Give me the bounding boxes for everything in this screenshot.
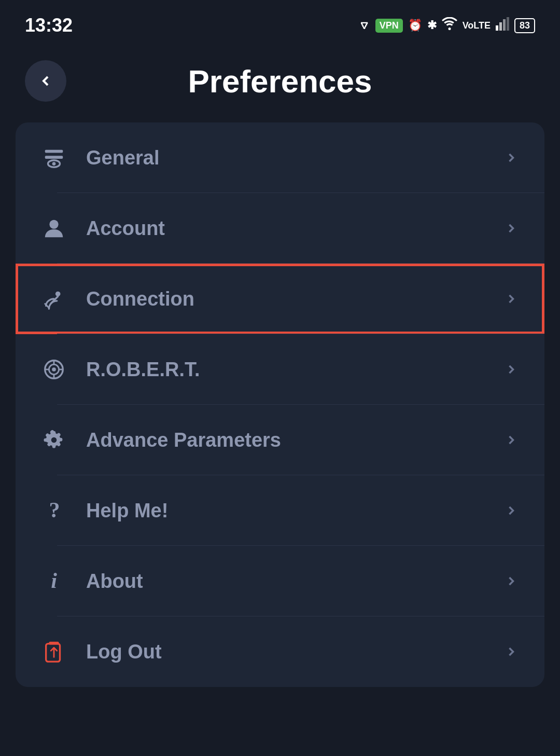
signal-icon (496, 17, 509, 34)
connection-icon (40, 285, 67, 312)
svg-text:?: ? (49, 499, 60, 522)
svg-rect-22 (46, 644, 60, 662)
status-bar: 13:32 🜄 VPN ⏰ ✱ VoLTE 83 (0, 0, 560, 45)
svg-point-19 (51, 437, 57, 443)
help-chevron (503, 502, 520, 519)
svg-rect-3 (507, 17, 509, 31)
logout-icon (40, 638, 67, 665)
help-label: Help Me! (86, 500, 503, 522)
advance-parameters-icon (40, 427, 67, 453)
vpn-badge: VPN (375, 19, 403, 33)
connection-chevron (503, 291, 520, 307)
header: Preferences (0, 45, 560, 122)
menu-item-help[interactable]: ? Help Me! (16, 475, 544, 546)
account-icon (40, 215, 67, 242)
advance-parameters-chevron (503, 432, 520, 448)
menu-item-about[interactable]: i About (16, 546, 544, 616)
svg-rect-4 (45, 150, 63, 153)
svg-rect-2 (503, 19, 506, 31)
about-chevron (503, 573, 520, 589)
connection-label: Connection (86, 288, 503, 310)
svg-rect-1 (499, 22, 502, 31)
account-chevron (503, 220, 520, 237)
svg-point-14 (52, 367, 56, 372)
menu-item-general[interactable]: General (16, 122, 544, 193)
menu-item-advance-parameters[interactable]: Advance Parameters (16, 405, 544, 475)
account-label: Account (86, 217, 503, 240)
svg-rect-23 (49, 642, 59, 645)
robert-icon (40, 356, 67, 383)
svg-rect-0 (496, 25, 498, 31)
volte-icon: VoLTE (463, 20, 491, 31)
menu-item-connection[interactable]: Connection (16, 264, 544, 334)
general-icon (40, 144, 67, 171)
bluetooth-icon: ✱ (427, 19, 437, 32)
back-button[interactable] (25, 60, 66, 102)
battery-indicator: 83 (514, 18, 535, 33)
svg-text:i: i (51, 569, 57, 593)
menu-item-robert[interactable]: R.O.B.E.R.T. (16, 334, 544, 405)
menu-item-account[interactable]: Account (16, 193, 544, 264)
robert-label: R.O.B.E.R.T. (86, 359, 503, 381)
about-label: About (86, 570, 503, 593)
water-drop-icon: 🜄 (359, 19, 370, 32)
alarm-icon: ⏰ (408, 19, 422, 32)
svg-point-8 (49, 220, 58, 229)
general-label: General (86, 147, 503, 169)
svg-rect-5 (45, 156, 63, 159)
status-time: 13:32 (25, 15, 73, 36)
svg-point-7 (52, 162, 56, 166)
preferences-menu: General Account Conn (16, 122, 544, 687)
advance-parameters-label: Advance Parameters (86, 429, 503, 451)
logout-label: Log Out (86, 641, 503, 663)
robert-chevron (503, 361, 520, 378)
about-icon: i (40, 568, 67, 595)
general-chevron (503, 149, 520, 166)
wifi-icon (442, 17, 457, 34)
menu-item-logout[interactable]: Log Out (16, 616, 544, 687)
page-title: Preferences (66, 63, 494, 100)
logout-chevron (503, 643, 520, 660)
help-icon: ? (40, 497, 67, 524)
status-icons: 🜄 VPN ⏰ ✱ VoLTE 83 (359, 17, 535, 34)
